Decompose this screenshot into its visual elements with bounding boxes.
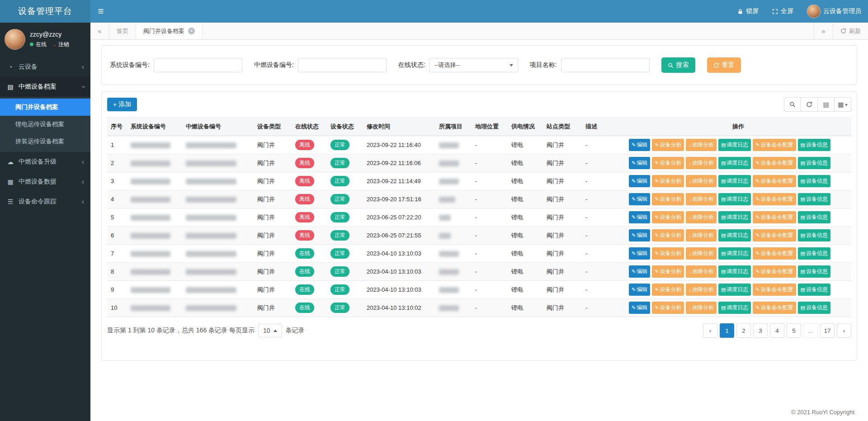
device-analysis-button[interactable]: ✎设备分析	[652, 302, 684, 314]
edit-button[interactable]: ✎编辑	[629, 284, 650, 296]
sidebar-item-cloud-device[interactable]: ◔ 云设备 ‹	[0, 57, 90, 77]
device-analysis-button[interactable]: ✎设备分析	[652, 193, 684, 205]
dispatch-log-button[interactable]: ▤调度日志	[718, 193, 751, 205]
edit-button[interactable]: ✎编辑	[629, 193, 650, 205]
device-info-button[interactable]: ▤设备信息	[798, 193, 830, 205]
dispatch-log-button[interactable]: ▤调度日志	[718, 247, 751, 260]
search-button[interactable]: 搜索	[661, 57, 695, 73]
dispatch-log-button[interactable]: ▤调度日志	[718, 284, 751, 296]
edit-button[interactable]: ✎编辑	[629, 265, 650, 278]
device-info-button[interactable]: ▤设备信息	[798, 302, 830, 314]
edit-button[interactable]: ✎编辑	[629, 175, 650, 187]
device-info-button[interactable]: ▤设备信息	[798, 157, 830, 169]
column-header[interactable]: 修改时间	[363, 118, 435, 136]
page-size-select[interactable]: 10	[258, 324, 282, 337]
device-command-config-button[interactable]: ✎设备命令配置	[753, 139, 796, 151]
avatar[interactable]	[5, 29, 25, 50]
dispatch-log-button[interactable]: ▤调度日志	[718, 265, 751, 278]
sidebar-item-lithium-remote-archive[interactable]: 锂电远传设备档案	[0, 116, 90, 133]
column-header[interactable]: 序号	[107, 118, 127, 136]
pagination-prev[interactable]: ‹	[703, 323, 717, 338]
add-button[interactable]: + 添加	[107, 98, 137, 111]
logout-link[interactable]: → 注销	[52, 41, 69, 48]
device-analysis-button[interactable]: ✎设备分析	[652, 284, 684, 296]
columns-button[interactable]: ▦ ▾	[834, 97, 851, 112]
column-header[interactable]: 操作	[625, 118, 851, 136]
user-menu[interactable]: 云设备管理员	[800, 0, 868, 23]
device-analysis-button[interactable]: ✎设备分析	[652, 157, 684, 169]
edit-button[interactable]: ✎编辑	[629, 302, 650, 314]
device-analysis-button[interactable]: ✎设备分析	[652, 265, 684, 278]
sidebar-item-device-data[interactable]: ▦ 中燃设备数据 ‹	[0, 172, 90, 192]
device-info-button[interactable]: ▤设备信息	[798, 139, 830, 151]
sys-device-id-input[interactable]	[154, 58, 242, 72]
tabs-scroll-left-button[interactable]: «	[90, 23, 109, 39]
column-header[interactable]: 描述	[582, 118, 625, 136]
device-command-config-button[interactable]: ✎设备命令配置	[753, 193, 796, 205]
fault-analysis-button[interactable]: ↓故障分析	[686, 229, 717, 241]
fault-analysis-button[interactable]: ↓故障分析	[686, 175, 717, 187]
fault-analysis-button[interactable]: ↓故障分析	[686, 211, 717, 223]
dispatch-log-button[interactable]: ▤调度日志	[718, 157, 751, 169]
fault-analysis-button[interactable]: ↓故障分析	[686, 193, 717, 205]
pagination-page[interactable]: 4	[770, 323, 784, 338]
device-command-config-button[interactable]: ✎设备命令配置	[753, 265, 796, 278]
edit-button[interactable]: ✎编辑	[629, 139, 650, 151]
tab-home[interactable]: 首页	[109, 23, 136, 39]
pagination-page[interactable]: 2	[736, 323, 751, 338]
edit-button[interactable]: ✎编辑	[629, 247, 650, 260]
dispatch-log-button[interactable]: ▤调度日志	[718, 175, 751, 187]
pagination-page[interactable]: 3	[753, 323, 768, 338]
app-logo[interactable]: 设备管理平台	[0, 0, 90, 23]
device-command-config-button[interactable]: ✎设备命令配置	[753, 157, 796, 169]
column-header[interactable]: 地理位置	[472, 118, 508, 136]
device-info-button[interactable]: ▤设备信息	[798, 211, 830, 223]
edit-button[interactable]: ✎编辑	[629, 211, 650, 223]
fault-analysis-button[interactable]: ↓故障分析	[686, 265, 717, 278]
dispatch-log-button[interactable]: ▤调度日志	[718, 229, 751, 241]
pagination-next[interactable]: ›	[837, 323, 851, 338]
edit-button[interactable]: ✎编辑	[629, 157, 650, 169]
sidebar-item-device-archive[interactable]: ▤ 中燃设备档案 ‹	[0, 77, 90, 97]
device-command-config-button[interactable]: ✎设备命令配置	[753, 175, 796, 187]
edit-button[interactable]: ✎编辑	[629, 229, 650, 241]
dispatch-log-button[interactable]: ▤调度日志	[718, 302, 751, 314]
column-header[interactable]: 系统设备编号	[127, 118, 182, 136]
column-header[interactable]: 所属项目	[435, 118, 472, 136]
sidebar-item-command-track[interactable]: ☰ 设备命令跟踪 ‹	[0, 192, 90, 212]
sidebar-toggle-button[interactable]: ≡	[90, 0, 111, 23]
column-header[interactable]: 设备类型	[254, 118, 292, 136]
sidebar-item-assembled-remote-archive[interactable]: 拼装远传设备档案	[0, 133, 90, 150]
pagination-page[interactable]: 17	[820, 323, 835, 338]
column-header[interactable]: 供电情况	[508, 118, 543, 136]
table-search-button[interactable]	[784, 97, 801, 112]
dispatch-log-button[interactable]: ▤调度日志	[718, 211, 751, 223]
device-info-button[interactable]: ▤设备信息	[798, 265, 830, 278]
device-analysis-button[interactable]: ✎设备分析	[652, 247, 684, 260]
fault-analysis-button[interactable]: ↓故障分析	[686, 302, 717, 314]
device-command-config-button[interactable]: ✎设备命令配置	[753, 284, 796, 296]
device-info-button[interactable]: ▤设备信息	[798, 229, 830, 241]
tabs-scroll-right-button[interactable]: »	[814, 23, 833, 39]
device-command-config-button[interactable]: ✎设备命令配置	[753, 229, 796, 241]
device-command-config-button[interactable]: ✎设备命令配置	[753, 247, 796, 260]
column-header[interactable]: 在线状态	[292, 118, 327, 136]
lock-screen-button[interactable]: 锁屏	[731, 0, 765, 23]
table-refresh-button[interactable]	[801, 97, 818, 112]
fault-analysis-button[interactable]: ↓故障分析	[686, 247, 717, 260]
sidebar-item-valve-well-archive[interactable]: 阀门井设备档案	[0, 99, 90, 116]
device-command-config-button[interactable]: ✎设备命令配置	[753, 211, 796, 223]
fullscreen-button[interactable]: 全屏	[765, 0, 800, 23]
pagination-page[interactable]: 5	[787, 323, 801, 338]
column-header[interactable]: 站点类型	[543, 118, 582, 136]
column-header[interactable]: 设备状态	[327, 118, 363, 136]
project-name-input[interactable]	[561, 58, 650, 72]
pagination-page[interactable]: ...	[803, 323, 818, 338]
device-info-button[interactable]: ▤设备信息	[798, 284, 830, 296]
device-analysis-button[interactable]: ✎设备分析	[652, 175, 684, 187]
device-info-button[interactable]: ▤设备信息	[798, 175, 830, 187]
pagination-page[interactable]: 1	[720, 323, 734, 338]
sidebar-item-device-upgrade[interactable]: ☁ 中燃设备升级 ‹	[0, 152, 90, 172]
device-analysis-button[interactable]: ✎设备分析	[652, 211, 684, 223]
dispatch-log-button[interactable]: ▤调度日志	[718, 139, 751, 151]
